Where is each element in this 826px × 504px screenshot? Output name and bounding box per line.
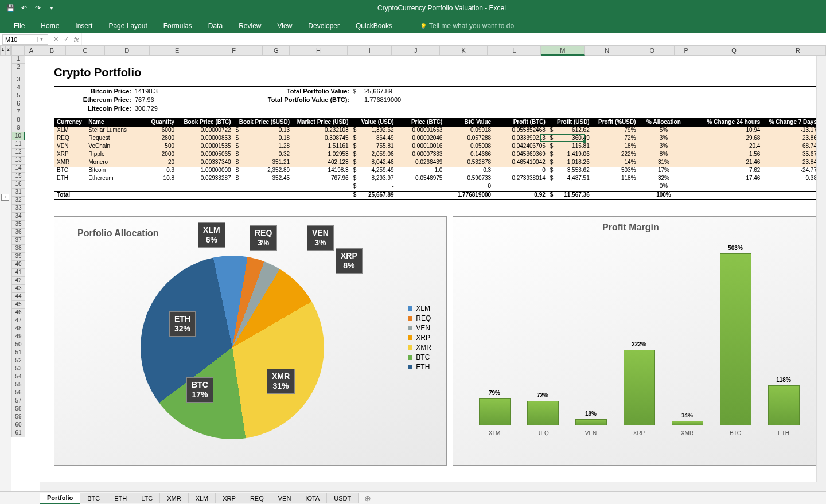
row-header[interactable]: 53	[11, 365, 25, 373]
row-header[interactable]: 11	[11, 140, 25, 149]
column-header[interactable]: J	[392, 46, 439, 56]
column-header[interactable]: E	[150, 46, 205, 56]
row-header[interactable]: 59	[11, 413, 25, 421]
column-header[interactable]: B	[38, 46, 67, 56]
column-header[interactable]: N	[585, 46, 630, 56]
row-header[interactable]: 4	[11, 84, 25, 92]
row-header[interactable]: 16	[11, 181, 25, 189]
name-box[interactable]: M10 ▼	[2, 34, 48, 45]
outline-level-2[interactable]: 2	[6, 46, 11, 56]
row-header[interactable]: 52	[11, 357, 25, 365]
row-header[interactable]: 37	[11, 237, 25, 245]
row-header[interactable]: 15	[11, 173, 25, 181]
row-header[interactable]: 48	[11, 325, 25, 333]
column-header[interactable]: Q	[698, 46, 770, 56]
tab-review[interactable]: Review	[231, 18, 269, 33]
sheet-tab[interactable]: BTC	[80, 493, 107, 503]
tab-view[interactable]: View	[270, 18, 301, 33]
column-header[interactable]: G	[263, 46, 290, 56]
row-header[interactable]: 51	[11, 349, 25, 357]
column-header[interactable]: C	[66, 46, 105, 56]
select-all-corner[interactable]	[11, 46, 25, 56]
column-header[interactable]: L	[488, 46, 541, 56]
add-sheet-icon[interactable]: ⊕	[359, 492, 377, 505]
tell-me-search[interactable]: 💡Tell me what you want to do	[412, 18, 522, 33]
column-header[interactable]: I	[348, 46, 392, 56]
row-header[interactable]: 35	[11, 221, 25, 229]
row-header[interactable]: 47	[11, 317, 25, 325]
tab-file[interactable]: File	[6, 18, 33, 33]
row-header[interactable]: 31	[11, 189, 25, 197]
column-header[interactable]: D	[105, 46, 150, 56]
fx-icon[interactable]: fx	[71, 36, 81, 43]
row-header[interactable]: 13	[11, 157, 25, 165]
row-header[interactable]: 41	[11, 269, 25, 277]
sheet-tab[interactable]: XRP	[216, 493, 243, 503]
column-header[interactable]: R	[770, 46, 826, 56]
row-header[interactable]: 3	[11, 76, 25, 84]
tab-developer[interactable]: Developer	[300, 18, 348, 33]
tab-home[interactable]: Home	[33, 18, 67, 33]
sheet-tab[interactable]: IOTA	[298, 493, 327, 503]
sheet-tab[interactable]: VEN	[271, 493, 299, 503]
row-header[interactable]: 61	[11, 429, 25, 437]
enter-icon[interactable]: ✓	[61, 36, 71, 43]
chevron-down-icon[interactable]: ▼	[37, 37, 45, 42]
row-header[interactable]: 42	[11, 277, 25, 285]
row-header[interactable]: 50	[11, 341, 25, 349]
row-header[interactable]: 57	[11, 397, 25, 405]
sheet-tab[interactable]: Portfolio	[40, 493, 80, 504]
column-header[interactable]: P	[675, 46, 698, 56]
column-header[interactable]: K	[440, 46, 488, 56]
sheet-tab[interactable]: LTC	[134, 493, 160, 503]
tab-quickbooks[interactable]: QuickBooks	[348, 18, 400, 33]
chart-profit-margin[interactable]: Profit Margin 79%XLM72%REQ18%VEN222%XRP1…	[453, 216, 820, 466]
vertical-scrollbar[interactable]	[816, 56, 826, 482]
row-header[interactable]: 5	[11, 92, 25, 100]
cells-area[interactable]: Crypto Portfolio Bitcoin Price:14198.3To…	[25, 56, 826, 437]
formula-input[interactable]	[81, 33, 826, 45]
sheet-tab[interactable]: ETH	[107, 493, 134, 503]
row-header[interactable]: 38	[11, 245, 25, 253]
cancel-icon[interactable]: ✕	[50, 36, 61, 43]
outline-level-1[interactable]: 1	[0, 46, 6, 56]
expand-icon[interactable]: +	[1, 194, 9, 201]
row-header[interactable]: 49	[11, 333, 25, 341]
sheet-tab[interactable]: USDT	[327, 493, 359, 503]
tab-formulas[interactable]: Formulas	[155, 18, 200, 33]
horizontal-scrollbar[interactable]	[40, 482, 826, 491]
redo-icon[interactable]: ↷	[32, 2, 44, 14]
row-header[interactable]: 54	[11, 373, 25, 381]
column-header[interactable]: F	[205, 46, 263, 56]
row-header[interactable]: 8	[11, 116, 25, 124]
row-header[interactable]: 43	[11, 285, 25, 293]
save-icon[interactable]: 💾	[5, 2, 16, 14]
tab-page-layout[interactable]: Page Layout	[100, 18, 155, 33]
tab-insert[interactable]: Insert	[67, 18, 100, 33]
row-header[interactable]: 33	[11, 205, 25, 213]
sheet-tab[interactable]: REQ	[243, 493, 271, 503]
sheet-tab[interactable]: XLM	[189, 493, 216, 503]
row-header[interactable]: 10	[11, 132, 25, 140]
row-header[interactable]: 36	[11, 229, 25, 237]
row-header[interactable]: 55	[11, 381, 25, 389]
row-header[interactable]: 12	[11, 149, 25, 157]
row-header[interactable]: 46	[11, 309, 25, 317]
column-header[interactable]: H	[290, 46, 348, 56]
row-header[interactable]: 34	[11, 213, 25, 221]
row-header[interactable]: 2	[11, 64, 25, 76]
row-header[interactable]: 56	[11, 389, 25, 397]
row-header[interactable]: 6	[11, 100, 25, 108]
row-header[interactable]: 39	[11, 253, 25, 261]
sheet-tab[interactable]: XMR	[160, 493, 188, 503]
qat-dropdown-icon[interactable]: ▼	[46, 2, 57, 14]
row-header[interactable]: 44	[11, 293, 25, 301]
row-header[interactable]: 1	[11, 56, 25, 64]
row-header[interactable]: 45	[11, 301, 25, 309]
chart-portfolio-allocation[interactable]: Porfolio Allocation XLM6%REQ3%VEN3%XRP8%…	[54, 216, 447, 466]
row-header[interactable]: 7	[11, 108, 25, 116]
row-header[interactable]: 14	[11, 165, 25, 173]
column-header[interactable]: M	[541, 46, 585, 56]
column-header[interactable]: A	[25, 46, 38, 56]
undo-icon[interactable]: ↶	[18, 2, 30, 14]
